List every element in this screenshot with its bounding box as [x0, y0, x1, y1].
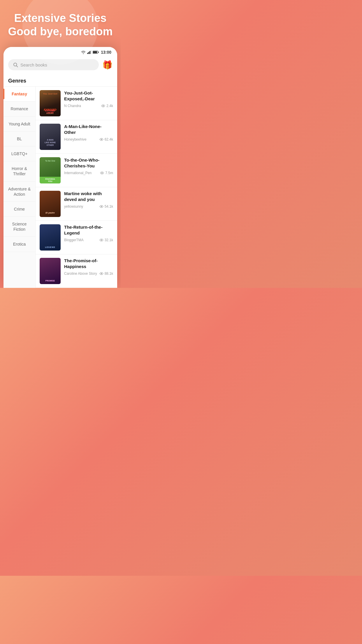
search-placeholder: Search books [20, 62, 47, 67]
eye-icon [101, 104, 105, 107]
gift-button[interactable]: 🎁 [102, 60, 113, 70]
sidebar-item-fantasy[interactable]: Fantasy [3, 87, 35, 102]
svg-rect-6 [98, 52, 99, 53]
eye-icon [99, 205, 103, 208]
content-area: Fantasy Romance Young Adult BL LGBTQ+ Ho… [3, 87, 117, 288]
book-item[interactable]: To the One Cherishes YOU To-the-One-Who-… [36, 154, 117, 187]
svg-point-12 [101, 206, 102, 207]
book-info: The-Return-of-the-Legend BloggerTMA 32.1… [64, 224, 113, 242]
sidebar-item-erotica[interactable]: Erotica [3, 237, 35, 252]
book-info: To-the-One-Who-Cherishes-You Internation… [64, 157, 113, 175]
book-author: International_Pen [64, 171, 92, 175]
book-meta: Honeybeehive 62.4k [64, 137, 113, 141]
book-views: 54.1k [99, 204, 113, 209]
svg-rect-3 [91, 50, 91, 54]
phone-screen: 13:00 Search books 🎁 Genres Fantasy Roma… [3, 47, 117, 288]
book-info: You-Just-Got-Exposed,-Dear N Chandra 2.4… [64, 90, 113, 108]
svg-point-13 [101, 239, 102, 241]
genre-sidebar: Fantasy Romance Young Adult BL LGBTQ+ Ho… [3, 87, 36, 288]
book-meta: N Chandra 2.4k [64, 104, 113, 108]
svg-rect-5 [93, 51, 97, 53]
book-cover: A MANLIKE NONEOTHER [40, 124, 61, 150]
book-author: yellowsunny [64, 204, 83, 209]
sidebar-item-bl[interactable]: BL [3, 132, 35, 146]
book-views: 88.1k [99, 272, 113, 276]
book-meta: BloggerTMA 32.1k [64, 238, 113, 242]
sidebar-item-crime[interactable]: Crime [3, 202, 35, 217]
sidebar-item-adventure[interactable]: Adventure &Action [3, 182, 35, 202]
book-title: Martine woke with deved and you [64, 191, 113, 202]
book-meta: Caroline Above Story 88.1k [64, 272, 113, 276]
book-views: 32.1k [99, 238, 113, 242]
books-list: You Just Got EXPOSED ▸DEAR You-Just-Got-… [36, 87, 117, 288]
book-meta: yellowsunny 54.1k [64, 204, 113, 209]
sidebar-item-young-adult[interactable]: Young Adult [3, 117, 35, 132]
book-cover: El padre [40, 191, 61, 217]
book-views: 62.4k [99, 137, 113, 141]
book-item[interactable]: PROMISE The-Promise-of-Happiness Carolin… [36, 254, 117, 288]
sidebar-item-romance[interactable]: Romance [3, 102, 35, 116]
book-cover: PROMISE [40, 258, 61, 284]
svg-point-11 [101, 172, 103, 174]
book-item[interactable]: You Just Got EXPOSED ▸DEAR You-Just-Got-… [36, 87, 117, 120]
svg-point-9 [103, 105, 104, 106]
book-info: Martine woke with deved and you yellowsu… [64, 191, 113, 209]
hero-section: Extensive Stories Good bye, boredom [0, 0, 121, 47]
battery-icon [93, 50, 99, 54]
sidebar-item-horror[interactable]: Horror &Thriller [3, 161, 35, 181]
svg-rect-2 [89, 51, 90, 54]
book-title: The-Promise-of-Happiness [64, 258, 113, 269]
eye-icon [99, 239, 103, 242]
book-cover: To the One Cherishes YOU [40, 157, 61, 183]
genres-header: Genres [3, 74, 117, 87]
book-item[interactable]: LEGEND The-Return-of-the-Legend BloggerT… [36, 221, 117, 254]
book-cover: LEGEND [40, 224, 61, 251]
book-author: N Chandra [64, 104, 81, 108]
book-title: You-Just-Got-Exposed,-Dear [64, 90, 113, 102]
book-author: Honeybeehive [64, 137, 87, 141]
book-cover: You Just Got EXPOSED ▸DEAR [40, 90, 61, 116]
book-info: The-Promise-of-Happiness Caroline Above … [64, 258, 113, 276]
book-author: BloggerTMA [64, 238, 84, 242]
book-views: 7.5m [100, 171, 113, 175]
book-author: Caroline Above Story [64, 272, 97, 276]
book-info: A-Man-Like-None-Other Honeybeehive 62.4k [64, 124, 113, 141]
book-title: The-Return-of-the-Legend [64, 224, 113, 236]
book-meta: International_Pen 7.5m [64, 171, 113, 175]
book-title: A-Man-Like-None-Other [64, 124, 113, 135]
svg-line-8 [16, 66, 17, 67]
book-item[interactable]: El padre Martine woke with deved and you… [36, 187, 117, 221]
eye-icon [99, 138, 103, 141]
sidebar-item-science-fiction[interactable]: ScienceFiction [3, 217, 35, 237]
svg-point-10 [101, 139, 102, 140]
time-display: 13:00 [101, 50, 111, 55]
eye-icon [100, 172, 104, 174]
svg-rect-1 [88, 52, 89, 54]
book-title: To-the-One-Who-Cherishes-You [64, 157, 113, 169]
search-icon [13, 62, 18, 67]
eye-icon [99, 272, 103, 275]
svg-point-14 [101, 273, 102, 274]
book-item[interactable]: A MANLIKE NONEOTHER A-Man-Like-None-Othe… [36, 120, 117, 154]
book-views: 2.4k [101, 104, 113, 108]
sidebar-item-lgbtq[interactable]: LGBTQ+ [3, 146, 35, 161]
